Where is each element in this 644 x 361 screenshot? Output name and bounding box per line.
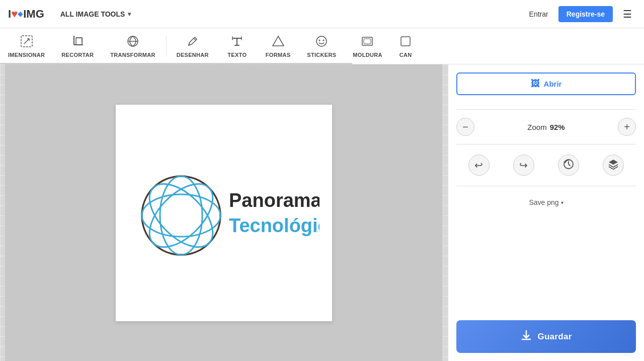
open-icon: 🖼: [531, 79, 540, 89]
logo-img: IMG: [23, 8, 44, 21]
tool-stickers[interactable]: STICKERS: [299, 28, 345, 64]
toolbar: IMENSIONAR RECORTAR: [0, 28, 644, 64]
panel-divider-1: [456, 109, 636, 110]
resize-icon: [20, 35, 33, 50]
download-icon: [520, 329, 532, 344]
tool-moldura[interactable]: MOLDURA: [345, 28, 390, 64]
can-label: CAN: [399, 52, 412, 58]
header: I ♥ ◆ IMG ALL IMAGE TOOLS ▾ Entrar Regis…: [0, 0, 644, 28]
svg-point-22: [138, 173, 224, 258]
zoom-row: − Zoom 92% +: [456, 116, 636, 138]
tool-redimensionar[interactable]: IMENSIONAR: [0, 28, 53, 64]
guardar-label: Guardar: [537, 332, 572, 342]
tool-desenhar[interactable]: DESENHAR: [169, 28, 217, 64]
svg-marker-26: [609, 160, 618, 165]
history-icon: [563, 159, 574, 172]
toolbar-scroll: IMENSIONAR RECORTAR: [0, 28, 438, 64]
zoom-out-button[interactable]: −: [456, 118, 474, 136]
action-row: ↩ ↪: [456, 151, 636, 180]
toolbar-wrapper: IMENSIONAR RECORTAR: [0, 28, 644, 64]
panorama-logo-svg: Panorama Tecnológico: [128, 163, 319, 263]
texto-label: TEXTO: [227, 52, 247, 58]
zoom-in-button[interactable]: +: [618, 118, 636, 136]
open-label: Abrir: [544, 80, 562, 88]
svg-text:Tecnológico: Tecnológico: [229, 215, 319, 236]
draw-icon: [186, 35, 199, 50]
text-icon: [230, 35, 244, 50]
undo-icon: ↩: [474, 159, 483, 171]
svg-marker-11: [273, 36, 284, 46]
logo: I ♥ ◆ IMG: [8, 8, 44, 21]
recortar-label: RECORTAR: [61, 52, 94, 58]
can-icon: [399, 35, 412, 50]
svg-point-14: [323, 39, 325, 41]
history-button[interactable]: [558, 155, 579, 176]
svg-point-12: [316, 36, 327, 46]
zoom-text: Zoom: [527, 123, 546, 131]
save-png-button[interactable]: Save png ▾: [529, 198, 563, 206]
svg-rect-16: [364, 39, 371, 44]
logo-heart-icon: ♥: [11, 8, 18, 21]
svg-point-19: [160, 176, 202, 255]
save-png-label: Save png: [529, 198, 558, 206]
save-caret-icon: ▾: [561, 200, 564, 205]
stickers-icon: [315, 35, 328, 50]
svg-line-1: [24, 39, 29, 44]
svg-rect-6: [76, 38, 82, 45]
tool-recortar[interactable]: RECORTAR: [53, 28, 102, 64]
plus-icon: +: [624, 121, 630, 133]
shapes-icon: [272, 35, 285, 50]
svg-point-21: [138, 173, 224, 258]
redo-button[interactable]: ↪: [513, 155, 534, 176]
zoom-display: Zoom 92%: [527, 123, 565, 131]
main-content: Panorama Tecnológico 🖼 Abrir − Zoom 92% …: [0, 64, 644, 361]
svg-rect-17: [401, 37, 410, 46]
redimensionar-label: IMENSIONAR: [8, 52, 45, 58]
toolbar-divider-1: [166, 36, 167, 56]
formas-label: FORMAS: [266, 52, 290, 58]
undo-button[interactable]: ↩: [468, 155, 490, 176]
open-button[interactable]: 🖼 Abrir: [456, 73, 636, 95]
layers-icon: [608, 159, 619, 172]
transform-icon: [126, 35, 139, 50]
logo-diamond-icon: ◆: [18, 10, 23, 18]
stickers-label: STICKERS: [307, 52, 336, 58]
svg-text:Panorama: Panorama: [229, 190, 319, 211]
entrar-button[interactable]: Entrar: [523, 6, 554, 22]
registrese-button[interactable]: Registre-se: [558, 6, 613, 22]
right-panel: 🖼 Abrir − Zoom 92% + ↩ ↪: [448, 64, 644, 361]
panel-divider-2: [456, 144, 636, 145]
crop-icon: [71, 35, 84, 50]
tool-transformar[interactable]: TRANSFORMAR: [102, 28, 164, 64]
transformar-label: TRANSFORMAR: [110, 52, 155, 58]
all-tools-button[interactable]: ALL IMAGE TOOLS ▾: [56, 7, 135, 21]
image-canvas: Panorama Tecnológico: [116, 105, 332, 321]
svg-point-13: [319, 39, 320, 41]
minus-icon: −: [462, 121, 468, 133]
chevron-down-icon: ▾: [128, 11, 131, 18]
zoom-value: 92%: [550, 123, 565, 131]
svg-line-10: [194, 38, 196, 40]
svg-point-20: [142, 194, 220, 237]
panel-divider-3: [456, 186, 636, 186]
canvas-background: Panorama Tecnológico: [5, 64, 443, 361]
tool-can[interactable]: CAN: [391, 28, 421, 64]
guardar-button[interactable]: Guardar: [456, 320, 636, 353]
hamburger-menu-button[interactable]: ☰: [619, 6, 636, 22]
desenhar-label: DESENHAR: [177, 52, 209, 58]
tool-formas[interactable]: FORMAS: [258, 28, 299, 64]
moldura-label: MOLDURA: [353, 52, 382, 58]
panel-spacer: [456, 212, 636, 320]
tool-texto[interactable]: TEXTO: [217, 28, 258, 64]
canvas-area: Panorama Tecnológico: [0, 64, 448, 361]
frame-icon: [361, 35, 374, 50]
all-tools-label: ALL IMAGE TOOLS: [60, 10, 125, 18]
layers-button[interactable]: [603, 155, 624, 176]
redo-icon: ↪: [519, 159, 528, 171]
save-row: Save png ▾: [456, 192, 636, 212]
